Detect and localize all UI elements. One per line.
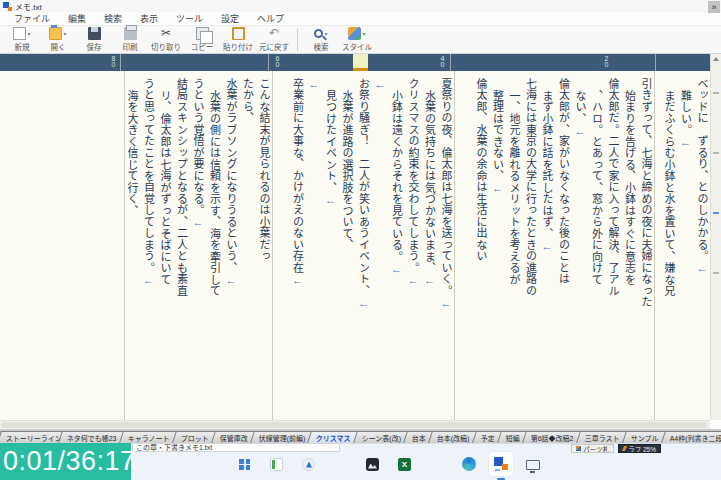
document-tab-12[interactable]: 第6話◆改稿2 [522,431,583,443]
overlay-chip-0[interactable]: パーツ札 [571,444,614,453]
text-column[interactable]: こんな結末が見られるのは小葉だっ [256,78,273,420]
print-icon [124,27,137,40]
document-tab-2[interactable]: キャラノート [119,431,179,443]
menu-item-6[interactable]: ヘルプ [249,11,292,26]
text-column[interactable]: 結局スキンシップとなるが、二人とも素直 [173,78,190,420]
text-column[interactable]: お祭り騒ぎ！ 二人が笑いあうイベント、← [355,78,372,420]
menu-item-3[interactable]: 表示 [132,11,166,26]
dropdown-arrow-icon[interactable]: ▾ [27,30,30,37]
text-column[interactable]: 水葉の気持ちには気づかないまま、← [421,78,438,420]
text-page[interactable] [0,71,124,420]
taskbar-display-button[interactable] [521,452,545,476]
text-column[interactable]: 見つけたイベント、← [322,78,339,420]
text-column[interactable]: 水葉が進路の選択肢をついて、 [339,78,356,420]
taskbar-explorer-button[interactable] [329,452,353,476]
tab-label: 予定 [481,433,495,443]
貼り付け-button[interactable]: 貼り付け [220,27,256,53]
menu-item-4[interactable]: ツール [168,11,211,26]
text-column[interactable]: ← [372,78,389,420]
linebreak-arrow-icon: ← [374,78,386,91]
taskbar-calculator-button[interactable] [425,452,449,476]
text-column[interactable]: 小鉢は遠くからそれを見ている。← [388,78,405,420]
scrollbar-thumb[interactable] [1,422,707,428]
linebreak-arrow-icon: ← [325,194,337,207]
column-text: まだふくらむ小鉢と水を置いて、嫌な兄 [663,90,675,297]
text-column[interactable]: 引きずって、七海と締めの夜に夫婦になった [638,78,655,420]
taskbar-editor-button[interactable] [489,452,513,476]
text-column[interactable]: 整理はできない、← [489,78,506,420]
column-text: 倫太郎、水葉の余命は生活に出ない [475,78,487,262]
印刷-button[interactable]: 印刷 [112,27,148,53]
taskbar-photos-button[interactable] [361,452,385,476]
text-column[interactable]: 、ハロ。とあって、窓から外に向けて [588,78,605,420]
text-column[interactable]: 七海には東京の大学に行ったときの進路の [522,78,539,420]
切り取り-button[interactable]: ✂切り取り [148,27,184,53]
dropdown-arrow-icon[interactable]: ▾ [362,30,365,37]
text-column[interactable]: 一、地元を離れるメリットを考えるが [506,78,523,420]
text-column[interactable]: 難しい。← [677,78,694,420]
menu-item-0[interactable]: ファイル [6,11,58,26]
menu-item-2[interactable]: 検索 [96,11,130,26]
text-column[interactable]: 海を大きく信じて行く、 [124,78,140,420]
text-column[interactable]: ない、← [572,78,589,420]
コピー-button[interactable]: コピー [184,27,220,53]
document-tab-5[interactable]: 伏線管理(前編) [250,431,315,443]
新規-button[interactable]: ▾新規 [4,27,40,53]
text-column[interactable]: ← [306,78,323,420]
overlay-chip-1[interactable]: ラフ 25% [618,444,661,453]
dropdown-arrow-icon[interactable]: ▾ [324,30,327,37]
linebreak-arrow-icon: ← [308,78,320,91]
taskbar-notepad-button[interactable] [265,452,289,476]
text-column[interactable]: ベッドに ずるり、とのしかかる。← [694,78,711,420]
column-text: まず小鉢に話を託したはず、 [541,90,553,240]
taskbar-start-button[interactable] [233,452,257,476]
document-tab-15[interactable]: A4枠(列書き二段組) [661,431,721,443]
text-page[interactable]: こんな結末が見られるのは小葉だったから、水葉がラブソングになりうるという、←水葉… [124,71,272,420]
text-column[interactable]: 水葉の側には信頼を示す、海を牽引して [206,78,223,420]
text-column[interactable]: まず小鉢に話を託したはず、← [539,78,556,420]
text-column[interactable]: 倫太郎だ。二人で家に入って解決、了アル [605,78,622,420]
document-tab-6[interactable]: クリスマス [307,431,360,443]
検索-button[interactable]: ▾検索 [303,27,339,53]
horizontal-scrollbar[interactable] [0,420,710,429]
menu-item-5[interactable]: 設定 [213,11,247,26]
taskbar-excel-button[interactable]: X [393,452,417,476]
text-column[interactable]: まだふくらむ小鉢と水を置いて、嫌な兄 [661,78,678,420]
column-text: クリスマスの約束を交わしてしまう。 [407,78,419,274]
document-tab-1[interactable]: ネタ何でも帳23 [58,431,126,443]
text-column[interactable]: クリスマスの約束を交わしてしまう。← [405,78,422,420]
text-column[interactable]: リ、倫太郎は七海がずっとそばにいて [157,78,174,420]
text-column[interactable]: 始まりを告げる、小鉢はすぐに意志を [621,78,638,420]
screen: メモ.txt ファイル編集検索表示ツール設定ヘルプ ▾新規▾開く保存印刷✂切り取… [0,0,721,480]
document-tab-0[interactable]: ストーリーライン [0,431,65,443]
text-page[interactable]: 夏祭りの夜、倫太郎は七海を送っていく。←水葉の気持ちには気づかないまま、←クリス… [272,71,454,420]
scroll-up-arrow-icon[interactable] [713,57,719,61]
text-page[interactable]: ベッドに ずるり、とのしかかる。←難しい。←まだふくらむ小鉢と水を置いて、嫌な兄 [654,71,710,420]
text-column[interactable]: 卒業前に大事な、かけがえのない存在← [289,78,306,420]
text-column[interactable]: 水葉がラブソングになりうるという、← [223,78,240,420]
開く-button[interactable]: ▾開く [40,27,76,53]
text-column[interactable]: うと思ってたことを自覚してしまう。← [140,78,157,420]
editor-content[interactable]: ベッドに ずるり、とのしかかる。←難しい。←まだふくらむ小鉢と水を置いて、嫌な兄… [0,71,710,420]
undo-icon: ↶ [268,27,281,40]
text-page[interactable]: 引きずって、七海と締めの夜に夫婦になった始まりを告げる、小鉢はすぐに意志を倫太郎… [454,71,654,420]
taskbar-edge-button[interactable] [457,452,481,476]
taskbar-drive-button[interactable] [297,452,321,476]
tab-label: クリスマス [316,433,351,443]
document-tab-7[interactable]: シーン表(改) [353,431,410,443]
document-tab-13[interactable]: 三章ラスト [576,431,629,443]
dropdown-arrow-icon[interactable]: ▾ [63,30,66,37]
text-column[interactable]: 倫太郎、水葉の余命は生活に出ない [473,78,490,420]
元に戻す-button[interactable]: ↶元に戻す [256,27,292,53]
open-folder-icon [49,27,62,40]
tab-overflow-button[interactable]: » [708,1,720,13]
vertical-scrollbar[interactable] [710,54,721,420]
text-column[interactable]: たから、 [239,78,256,420]
スタイル-button[interactable]: ▾スタイル [339,27,375,53]
text-column[interactable]: うという覚悟が要になる。← [190,78,207,420]
text-column[interactable]: 倫太郎が、家がいなくなった後のことは [555,78,572,420]
保存-button[interactable]: 保存 [76,27,112,53]
text-column[interactable]: 夏祭りの夜、倫太郎は七海を送っていく。← [438,78,455,420]
ruler-page-line [268,54,269,71]
menu-item-1[interactable]: 編集 [60,11,94,26]
